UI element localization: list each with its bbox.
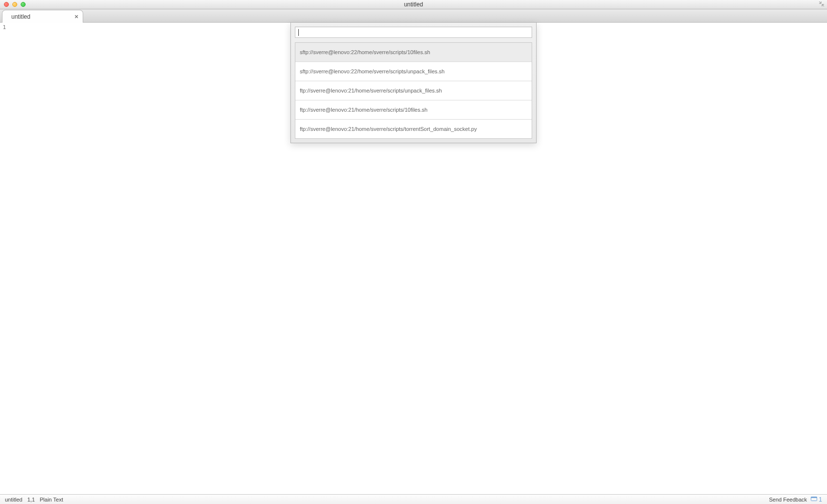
quick-open-input[interactable] <box>295 27 532 38</box>
status-filename[interactable]: untitled <box>5 497 22 503</box>
window-title: untitled <box>404 1 423 8</box>
quick-open-result[interactable]: ftp://sverre@lenovo:21/home/sverre/scrip… <box>295 81 532 100</box>
text-caret <box>298 29 299 36</box>
window-controls <box>0 2 26 7</box>
quick-open-result[interactable]: ftp://sverre@lenovo:21/home/sverre/scrip… <box>295 120 532 138</box>
fullscreen-icon[interactable] <box>819 1 824 7</box>
line-gutter: 1 <box>0 23 7 494</box>
line-number: 1 <box>0 24 6 31</box>
editor-area: 1 sftp://sverre@lenovo:22/home/sverre/sc… <box>0 23 827 494</box>
status-cursor-position[interactable]: 1,1 <box>27 497 34 503</box>
notification-count: 1 <box>819 496 822 503</box>
quick-open-panel: sftp://sverre@lenovo:22/home/sverre/scri… <box>290 23 537 143</box>
maximize-window-button[interactable] <box>21 2 26 7</box>
quick-open-results: sftp://sverre@lenovo:22/home/sverre/scri… <box>295 42 532 139</box>
send-feedback-link[interactable]: Send Feedback <box>769 497 807 503</box>
tab-label: untitled <box>11 13 31 20</box>
svg-rect-1 <box>811 497 817 498</box>
notifications-icon[interactable]: 1 <box>811 496 822 503</box>
close-window-button[interactable] <box>4 2 9 7</box>
tab-untitled[interactable]: untitled × <box>2 10 83 23</box>
tab-strip: untitled × <box>0 9 827 23</box>
quick-open-result[interactable]: ftp://sverre@lenovo:21/home/sverre/scrip… <box>295 100 532 120</box>
status-syntax[interactable]: Plain Text <box>40 497 64 503</box>
status-right: Send Feedback 1 <box>769 496 822 503</box>
title-bar: untitled <box>0 0 827 9</box>
quick-open-result[interactable]: sftp://sverre@lenovo:22/home/sverre/scri… <box>295 43 532 62</box>
status-bar: untitled 1,1 Plain Text Send Feedback 1 <box>0 494 827 504</box>
minimize-window-button[interactable] <box>12 2 17 7</box>
close-tab-icon[interactable]: × <box>74 13 78 20</box>
quick-open-result[interactable]: sftp://sverre@lenovo:22/home/sverre/scri… <box>295 62 532 81</box>
status-left: untitled 1,1 Plain Text <box>5 497 63 503</box>
